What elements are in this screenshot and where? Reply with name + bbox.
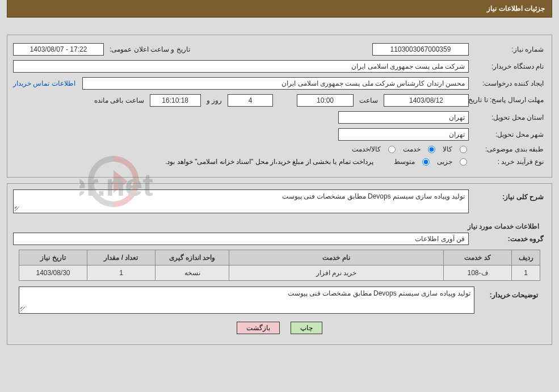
field-deadline-time: 10:00	[297, 94, 354, 107]
field-buyer-org: شرکت ملی پست جمهوری اسلامی ایران	[13, 60, 469, 73]
table-row: 1ف-108خرید نرم افزارنسخه11403/08/30	[19, 265, 540, 281]
field-buyer-notes: تولید وپیاده سازی سیستم Devops مطابق مشخ…	[19, 286, 474, 314]
field-overall-desc: تولید وپیاده سازی سیستم Devops مطابق مشخ…	[13, 189, 469, 213]
field-deadline-date: 1403/08/12	[384, 94, 469, 107]
label-deadline: مهلت ارسال پاسخ: تا تاریخ:	[472, 96, 546, 105]
page-title-bar: جزئیات اطلاعات نیاز	[7, 0, 552, 18]
back-button[interactable]: بازگشت	[237, 322, 280, 334]
cell-date: 1403/08/30	[19, 265, 87, 281]
radio-medium-label: متوسط	[392, 158, 417, 166]
label-service-group: گروه خدمت:	[472, 235, 546, 243]
buyer-notes-text: تولید وپیاده سازی سیستم Devops مطابق مشخ…	[288, 289, 470, 297]
label-day-and: روز و	[204, 96, 224, 104]
th-unit: واحد اندازه گیری	[155, 250, 229, 265]
field-time-left: 16:10:18	[150, 94, 201, 107]
label-city: شهر محل تحویل:	[472, 130, 546, 138]
radio-goods-label: کالا	[440, 145, 455, 153]
overall-desc-text: تولید وپیاده سازی سیستم Devops مطابق مشخ…	[282, 192, 465, 200]
label-need-no: شماره نیاز:	[472, 45, 546, 53]
field-city: تهران	[338, 128, 469, 141]
field-service-group: فن آوری اطلاعات	[13, 233, 469, 245]
radio-both-label: کالا/خدمت	[350, 145, 383, 153]
button-row: چاپ بازگشت	[13, 314, 546, 338]
th-row: ردیف	[512, 250, 540, 265]
details-panel: شماره نیاز: 1103003067000359 تاریخ و ساع…	[7, 35, 552, 178]
resize-handle-icon	[20, 307, 26, 313]
section-services-info: اطلاعات خدمات مورد نیاز	[13, 218, 546, 233]
radio-partial[interactable]	[460, 158, 467, 166]
field-requester: محسن ارندان کارشناس شرکت ملی پست جمهوری …	[82, 77, 469, 90]
th-date: تاریخ نیاز	[19, 250, 87, 265]
label-hour: ساعت	[357, 96, 380, 104]
radio-service-label: خدمت	[401, 145, 423, 153]
cell-qty: 1	[87, 265, 155, 281]
cell-row: 1	[512, 265, 540, 281]
label-category: طبقه بندی موضوعی:	[472, 145, 546, 153]
radio-goods[interactable]	[460, 146, 467, 153]
radio-partial-label: جزیی	[435, 158, 455, 166]
th-code: کد خدمت	[444, 250, 512, 265]
resize-handle-icon	[15, 206, 20, 212]
field-province: تهران	[338, 111, 469, 124]
cell-unit: نسخه	[155, 265, 229, 281]
field-need-no: 1103003067000359	[372, 43, 469, 56]
services-table: ردیف کد خدمت نام خدمت واحد اندازه گیری ت…	[19, 250, 540, 281]
radio-service[interactable]	[428, 146, 435, 153]
radio-both[interactable]	[388, 146, 396, 153]
th-qty: تعداد / مقدار	[87, 250, 155, 265]
label-purchase-type: نوع فرآیند خرید :	[472, 158, 546, 166]
label-remaining: ساعت باقی مانده	[92, 96, 146, 104]
th-name: نام خدمت	[229, 250, 444, 265]
field-announce: 1403/08/07 - 17:22	[13, 43, 104, 56]
label-overall-desc: شرح کلی نیاز:	[472, 189, 546, 201]
label-buyer-org: نام دستگاه خریدار:	[472, 62, 546, 70]
cell-name: خرید نرم افزار	[229, 265, 444, 281]
cell-code: ف-108	[444, 265, 512, 281]
label-requester: ایجاد کننده درخواست:	[472, 79, 546, 87]
print-button[interactable]: چاپ	[291, 322, 322, 334]
payment-note: پرداخت تمام یا بخشی از مبلغ خرید،از محل …	[165, 158, 373, 166]
description-panel: شرح کلی نیاز: تولید وپیاده سازی سیستم De…	[7, 183, 552, 345]
radio-medium[interactable]	[422, 158, 430, 166]
label-province: استان محل تحویل:	[472, 113, 546, 121]
label-announce: تاریخ و ساعت اعلان عمومی:	[107, 45, 192, 53]
page-title: جزئیات اطلاعات نیاز	[487, 5, 545, 12]
field-days-left: 4	[228, 94, 273, 107]
label-buyer-notes: توضیحات خریدار:	[478, 286, 540, 299]
buyer-contact-link[interactable]: اطلاعات تماس خریدار	[13, 79, 75, 87]
